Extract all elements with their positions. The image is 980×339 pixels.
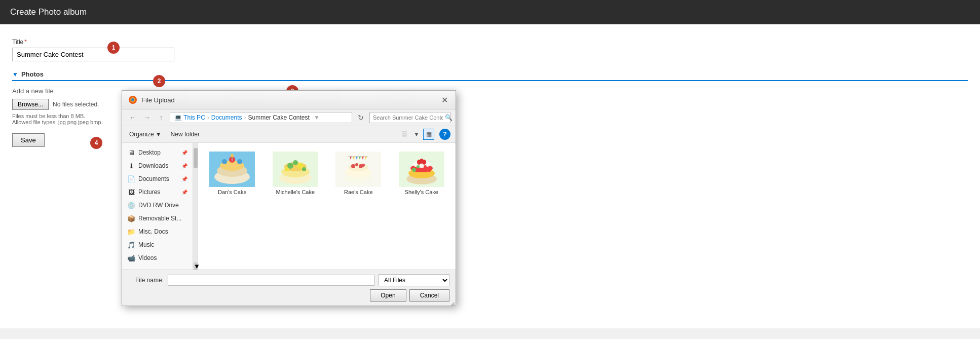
file-label-shellys-cake: Shelly's Cake [405,189,438,195]
sidebar-label-videos: Videos [138,254,157,261]
videos-icon: 📹 [127,254,135,262]
file-item-raes-cake[interactable]: Rae's Cake [329,148,388,199]
title-field-group: Title* [12,39,968,61]
file-item-michelles-cake[interactable]: Michelle's Cake [267,148,325,199]
file-label-raes-cake: Rae's Cake [344,189,373,195]
organize-dropdown-icon: ▼ [156,131,162,138]
file-label-dans-cake: Dan's Cake [218,189,247,195]
file-thumb-raes-cake [335,152,381,187]
dialog-close-button[interactable]: ✕ [439,95,449,105]
filename-label: File name: [128,277,164,284]
sidebar-scrollbar[interactable]: ▼ [193,143,198,270]
section-toggle[interactable]: ▼ [12,71,18,78]
nav-forward-button[interactable]: → [141,112,153,123]
sidebar-item-desktop[interactable]: 🖥 Desktop 📌 [122,146,193,159]
dialog-footer: File name: All Files Open Cancel [122,270,456,306]
save-button[interactable]: Save [12,133,45,147]
nav-up-button[interactable]: ↑ [156,112,167,123]
filetype-select[interactable]: All Files [379,274,449,286]
svg-point-43 [424,165,427,168]
file-grid: Dan's Cake [198,143,456,270]
no-files-text: No files selected. [53,101,99,108]
organize-button[interactable]: Organize ▼ [127,130,164,139]
dialog-toolbar: Organize ▼ New folder ☰ ▼ ▦ ? [122,126,456,143]
breadcrumb-sep1: › [207,114,209,121]
filename-row: File name: All Files [128,274,449,286]
breadcrumb-dropdown[interactable]: ▼ [314,114,320,121]
sidebar-label-misc-docs: Misc. Docs [138,228,168,235]
sidebar-label-removable: Removable St... [138,215,181,222]
svg-point-19 [285,167,289,171]
sidebar-label-desktop: Desktop [138,149,161,156]
file-item-dans-cake[interactable]: Dan's Cake [203,148,261,199]
search-input[interactable] [373,115,443,121]
removable-icon: 📦 [127,214,135,222]
dialog-titlebar: File Upload ✕ [122,91,456,109]
svg-point-18 [293,160,298,165]
breadcrumb-documents[interactable]: Documents [211,114,242,121]
nav-back-button[interactable]: ← [127,112,138,123]
svg-point-28 [362,164,365,167]
filename-input[interactable] [168,275,374,286]
dialog-sidebar: 🖥 Desktop 📌 ⬇ Downloads 📌 📄 Documents 📌 … [122,143,193,270]
browse-button[interactable]: Browse... [12,99,49,110]
page-content: 1 Title* 2 ▼ Photos Add a new file Brows… [0,24,980,328]
music-icon: 🎵 [127,241,135,249]
svg-point-20 [302,167,306,171]
file-item-shellys-cake[interactable]: Shelly's Cake [393,148,451,199]
breadcrumb-this-pc[interactable]: 💻 This PC [174,114,205,121]
title-label: Title* [12,39,968,46]
sidebar-label-downloads: Downloads [138,162,168,169]
new-folder-button[interactable]: New folder [169,130,202,139]
file-upload-dialog: File Upload ✕ ← → ↑ 💻 This PC › Document… [122,90,456,306]
pin-icon-pictures: 📌 [181,190,187,195]
pin-icon-desktop: 📌 [181,150,187,156]
view-details-button[interactable]: ☰ [399,129,410,140]
dialog-title-left: File Upload [128,95,175,104]
svg-point-2 [131,98,134,101]
sidebar-label-documents: Documents [138,175,169,182]
dialog-title-text: File Upload [141,96,175,104]
view-dropdown-button[interactable]: ▼ [411,129,422,140]
file-thumb-shellys-cake [399,152,444,187]
sidebar-item-videos[interactable]: 📹 Videos [122,251,193,265]
sidebar-item-dvd[interactable]: 💿 DVD RW Drive [122,199,193,212]
breadcrumb-sep2: › [244,114,246,121]
svg-point-11 [231,154,234,157]
misc-docs-icon: 📁 [127,228,135,236]
cancel-button[interactable]: Cancel [409,289,449,302]
svg-point-9 [237,159,242,164]
svg-point-24 [348,163,368,171]
breadcrumb-summer-cake: Summer Cake Contest [248,114,310,121]
page-title: Create Photo album [10,7,87,17]
breadcrumb-bar[interactable]: 💻 This PC › Documents › Summer Cake Cont… [170,112,352,123]
dialog-body: 🖥 Desktop 📌 ⬇ Downloads 📌 📄 Documents 📌 … [122,143,456,270]
section-title: Photos [21,70,44,78]
svg-point-44 [427,168,431,172]
dvd-icon: 💿 [127,201,135,209]
sidebar-item-music[interactable]: 🎵 Music [122,238,193,251]
sidebar-item-removable[interactable]: 📦 Removable St... [122,212,193,225]
svg-point-26 [355,163,358,166]
sidebar-item-documents[interactable]: 📄 Documents 📌 [122,172,193,185]
sidebar-item-downloads[interactable]: ⬇ Downloads 📌 [122,159,193,172]
scroll-down-arrow[interactable]: ▼ [194,262,198,270]
sidebar-item-pictures[interactable]: 🖼 Pictures 📌 [122,185,193,199]
sidebar-label-music: Music [138,241,154,248]
svg-point-47 [420,159,424,164]
svg-point-7 [222,159,227,164]
help-button[interactable]: ? [439,129,450,140]
sidebar-label-pictures: Pictures [138,189,160,196]
open-button[interactable]: Open [370,289,406,302]
search-bar[interactable]: 🔍 [369,112,450,123]
page-header: Create Photo album [0,0,980,24]
pin-icon-documents: 📌 [181,176,187,182]
dialog-resize-handle[interactable]: ◢ [450,300,456,306]
nav-refresh-button[interactable]: ↻ [355,112,366,123]
sidebar-item-misc-docs[interactable]: 📁 Misc. Docs [122,225,193,238]
title-input[interactable] [12,48,174,61]
svg-point-41 [412,168,416,172]
footer-buttons: Open Cancel [128,289,449,302]
view-large-icons-button[interactable]: ▦ [423,129,434,140]
sidebar-label-dvd: DVD RW Drive [138,202,179,209]
